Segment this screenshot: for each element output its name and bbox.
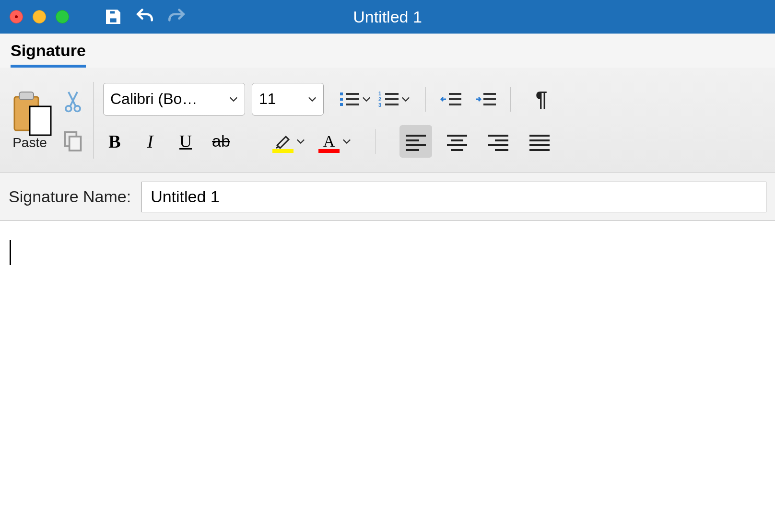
align-right-button[interactable] <box>482 125 515 158</box>
window-titlebar: Untitled 1 <box>0 0 775 34</box>
chevron-down-icon <box>342 139 351 144</box>
align-center-button[interactable] <box>441 125 473 158</box>
decrease-indent-button[interactable] <box>439 88 462 111</box>
align-justify-button[interactable] <box>523 125 556 158</box>
save-button[interactable] <box>103 6 124 27</box>
strikethrough-icon: ab <box>212 132 230 150</box>
divider <box>252 129 252 154</box>
font-size-value: 11 <box>259 90 303 108</box>
increase-indent-icon <box>474 90 497 109</box>
ribbon-tab-strip: Signature <box>0 34 775 68</box>
close-window-button[interactable] <box>10 10 23 23</box>
window-title: Untitled 1 <box>353 8 422 26</box>
copy-button[interactable] <box>62 129 83 154</box>
align-right-icon <box>486 132 510 151</box>
redo-button[interactable] <box>166 6 187 27</box>
bold-button[interactable]: B <box>103 130 126 153</box>
font-paragraph-group: Calibri (Bo… 11 <box>94 68 766 173</box>
show-formatting-button[interactable]: ¶ <box>530 88 553 111</box>
undo-button[interactable] <box>134 6 155 27</box>
font-size-combo[interactable]: 11 <box>252 83 324 116</box>
chevron-down-icon <box>362 96 371 102</box>
bulleted-list-button[interactable] <box>336 88 373 111</box>
quick-access-toolbar <box>103 6 187 27</box>
increase-indent-button[interactable] <box>474 88 497 111</box>
numbered-list-button[interactable]: 1 2 3 <box>376 88 412 111</box>
maximize-window-button[interactable] <box>56 10 69 23</box>
svg-text:3: 3 <box>378 102 381 108</box>
chevron-down-icon <box>229 96 238 102</box>
pilcrow-icon: ¶ <box>536 87 547 111</box>
svg-rect-8 <box>70 136 81 150</box>
svg-text:1: 1 <box>378 91 381 96</box>
cut-button[interactable] <box>62 89 83 116</box>
underline-button[interactable]: U <box>174 130 197 153</box>
paste-button[interactable]: Paste <box>12 90 48 150</box>
divider <box>375 129 376 154</box>
traffic-lights <box>10 10 69 23</box>
signature-name-row: Signature Name: <box>0 173 775 221</box>
ribbon: Paste <box>0 68 775 173</box>
signature-name-label: Signature Name: <box>9 187 131 206</box>
align-center-icon <box>445 132 469 151</box>
font-color-bar <box>318 149 340 153</box>
bold-icon: B <box>108 131 120 152</box>
svg-rect-0 <box>109 11 116 14</box>
chevron-down-icon <box>296 139 305 144</box>
italic-button[interactable]: I <box>139 130 162 153</box>
signature-editor[interactable] <box>0 221 775 532</box>
paste-icon <box>12 90 48 134</box>
numbered-list-icon: 1 2 3 <box>377 90 400 109</box>
svg-point-6 <box>74 105 80 111</box>
chevron-down-icon <box>401 96 410 102</box>
italic-icon: I <box>147 131 153 152</box>
highlight-color-button[interactable] <box>271 130 305 153</box>
align-justify-icon <box>528 132 552 151</box>
chevron-down-icon <box>308 96 317 102</box>
svg-rect-3 <box>19 92 34 100</box>
font-name-combo[interactable]: Calibri (Bo… <box>103 83 245 116</box>
align-left-button[interactable] <box>399 125 432 158</box>
highlighter-icon <box>273 133 293 150</box>
svg-rect-11 <box>340 103 343 106</box>
align-left-icon <box>404 132 428 151</box>
font-name-value: Calibri (Bo… <box>110 90 224 108</box>
divider <box>425 87 426 112</box>
svg-rect-10 <box>340 98 343 101</box>
signature-name-input[interactable] <box>141 182 766 212</box>
strikethrough-button[interactable]: ab <box>210 130 233 153</box>
svg-point-5 <box>66 105 71 111</box>
divider <box>510 87 511 112</box>
underline-icon: U <box>179 131 192 151</box>
svg-rect-4 <box>30 106 51 135</box>
svg-rect-1 <box>109 18 117 23</box>
svg-text:2: 2 <box>378 96 381 102</box>
text-caret <box>10 240 11 265</box>
highlight-color-bar <box>272 149 294 153</box>
svg-rect-9 <box>340 93 343 95</box>
font-color-icon: A <box>323 132 335 150</box>
tab-signature[interactable]: Signature <box>11 41 86 68</box>
paste-label: Paste <box>12 135 47 150</box>
font-color-button[interactable]: A <box>317 130 351 153</box>
decrease-indent-icon <box>439 90 462 109</box>
clipboard-group: Paste <box>9 68 93 173</box>
minimize-window-button[interactable] <box>33 10 46 23</box>
bulleted-list-icon <box>338 90 361 109</box>
